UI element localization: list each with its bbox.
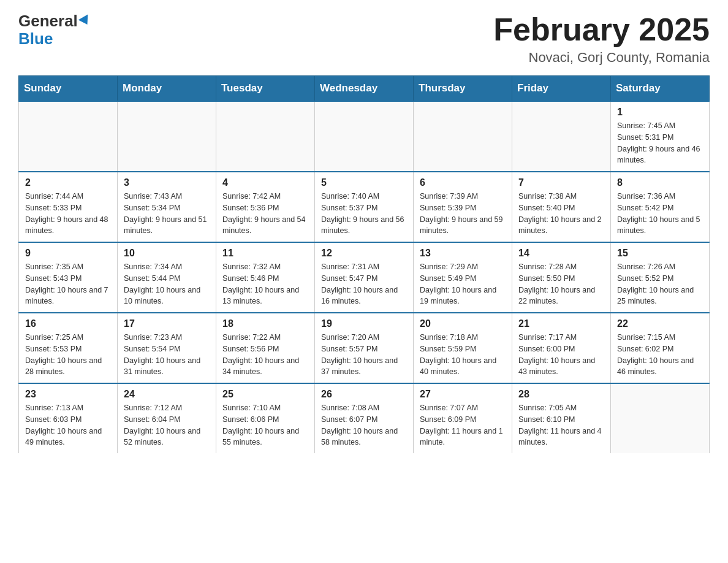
day-info: Sunrise: 7:43 AM Sunset: 5:34 PM Dayligh… xyxy=(124,191,210,237)
day-number: 19 xyxy=(321,318,407,329)
day-info: Sunrise: 7:17 AM Sunset: 6:00 PM Dayligh… xyxy=(518,332,604,378)
day-number: 12 xyxy=(321,248,407,259)
column-header-sunday: Sunday xyxy=(19,76,118,102)
day-info: Sunrise: 7:45 AM Sunset: 5:31 PM Dayligh… xyxy=(617,120,703,166)
day-info: Sunrise: 7:39 AM Sunset: 5:39 PM Dayligh… xyxy=(420,191,506,237)
day-info: Sunrise: 7:29 AM Sunset: 5:49 PM Dayligh… xyxy=(420,261,506,307)
logo-arrow-icon xyxy=(78,15,93,28)
day-info: Sunrise: 7:31 AM Sunset: 5:47 PM Dayligh… xyxy=(321,261,407,307)
calendar-cell: 25Sunrise: 7:10 AM Sunset: 6:06 PM Dayli… xyxy=(216,383,315,453)
day-number: 27 xyxy=(420,389,506,400)
day-number: 5 xyxy=(321,177,407,188)
day-number: 7 xyxy=(518,177,604,188)
day-number: 28 xyxy=(518,389,604,400)
calendar-cell xyxy=(315,101,414,172)
day-info: Sunrise: 7:34 AM Sunset: 5:44 PM Dayligh… xyxy=(124,261,210,307)
calendar-cell: 23Sunrise: 7:13 AM Sunset: 6:03 PM Dayli… xyxy=(19,383,118,453)
calendar-week-row: 9Sunrise: 7:35 AM Sunset: 5:43 PM Daylig… xyxy=(19,242,710,313)
column-header-wednesday: Wednesday xyxy=(315,76,414,102)
calendar-cell: 13Sunrise: 7:29 AM Sunset: 5:49 PM Dayli… xyxy=(414,242,512,313)
day-number: 21 xyxy=(518,318,604,329)
day-info: Sunrise: 7:40 AM Sunset: 5:37 PM Dayligh… xyxy=(321,191,407,237)
day-info: Sunrise: 7:42 AM Sunset: 5:36 PM Dayligh… xyxy=(222,191,308,237)
calendar-cell: 22Sunrise: 7:15 AM Sunset: 6:02 PM Dayli… xyxy=(611,313,710,383)
calendar-cell: 17Sunrise: 7:23 AM Sunset: 5:54 PM Dayli… xyxy=(118,313,216,383)
day-info: Sunrise: 7:15 AM Sunset: 6:02 PM Dayligh… xyxy=(617,332,703,378)
day-number: 9 xyxy=(25,248,111,259)
day-number: 10 xyxy=(124,248,210,259)
calendar-cell: 15Sunrise: 7:26 AM Sunset: 5:52 PM Dayli… xyxy=(611,242,710,313)
day-number: 11 xyxy=(222,248,308,259)
day-info: Sunrise: 7:35 AM Sunset: 5:43 PM Dayligh… xyxy=(25,261,111,307)
calendar-cell: 18Sunrise: 7:22 AM Sunset: 5:56 PM Dayli… xyxy=(216,313,315,383)
calendar-cell xyxy=(216,101,315,172)
day-number: 14 xyxy=(518,248,604,259)
day-number: 2 xyxy=(25,177,111,188)
calendar-cell: 24Sunrise: 7:12 AM Sunset: 6:04 PM Dayli… xyxy=(118,383,216,453)
day-number: 22 xyxy=(617,318,703,329)
calendar-cell: 14Sunrise: 7:28 AM Sunset: 5:50 PM Dayli… xyxy=(512,242,611,313)
day-number: 15 xyxy=(617,248,703,259)
calendar-cell: 12Sunrise: 7:31 AM Sunset: 5:47 PM Dayli… xyxy=(315,242,414,313)
column-header-monday: Monday xyxy=(118,76,216,102)
calendar-cell: 19Sunrise: 7:20 AM Sunset: 5:57 PM Dayli… xyxy=(315,313,414,383)
logo-general-text: General xyxy=(18,12,78,30)
day-info: Sunrise: 7:22 AM Sunset: 5:56 PM Dayligh… xyxy=(222,332,308,378)
calendar-subtitle: Novaci, Gorj County, Romania xyxy=(493,50,710,66)
calendar-title: February 2025 xyxy=(493,12,710,47)
day-info: Sunrise: 7:18 AM Sunset: 5:59 PM Dayligh… xyxy=(420,332,506,378)
day-number: 1 xyxy=(617,107,703,118)
calendar-cell: 3Sunrise: 7:43 AM Sunset: 5:34 PM Daylig… xyxy=(118,172,216,242)
calendar-cell: 6Sunrise: 7:39 AM Sunset: 5:39 PM Daylig… xyxy=(414,172,512,242)
calendar-cell: 5Sunrise: 7:40 AM Sunset: 5:37 PM Daylig… xyxy=(315,172,414,242)
day-info: Sunrise: 7:23 AM Sunset: 5:54 PM Dayligh… xyxy=(124,332,210,378)
day-info: Sunrise: 7:08 AM Sunset: 6:07 PM Dayligh… xyxy=(321,402,407,448)
day-info: Sunrise: 7:38 AM Sunset: 5:40 PM Dayligh… xyxy=(518,191,604,237)
calendar-cell: 21Sunrise: 7:17 AM Sunset: 6:00 PM Dayli… xyxy=(512,313,611,383)
calendar-cell: 16Sunrise: 7:25 AM Sunset: 5:53 PM Dayli… xyxy=(19,313,118,383)
calendar-cell: 27Sunrise: 7:07 AM Sunset: 6:09 PM Dayli… xyxy=(414,383,512,453)
day-info: Sunrise: 7:32 AM Sunset: 5:46 PM Dayligh… xyxy=(222,261,308,307)
day-info: Sunrise: 7:36 AM Sunset: 5:42 PM Dayligh… xyxy=(617,191,703,237)
title-block: February 2025 Novaci, Gorj County, Roman… xyxy=(493,12,710,66)
calendar-cell: 9Sunrise: 7:35 AM Sunset: 5:43 PM Daylig… xyxy=(19,242,118,313)
column-header-tuesday: Tuesday xyxy=(216,76,315,102)
calendar-cell: 2Sunrise: 7:44 AM Sunset: 5:33 PM Daylig… xyxy=(19,172,118,242)
day-number: 6 xyxy=(420,177,506,188)
calendar-cell: 10Sunrise: 7:34 AM Sunset: 5:44 PM Dayli… xyxy=(118,242,216,313)
column-header-friday: Friday xyxy=(512,76,611,102)
day-info: Sunrise: 7:44 AM Sunset: 5:33 PM Dayligh… xyxy=(25,191,111,237)
calendar-cell xyxy=(611,383,710,453)
day-info: Sunrise: 7:26 AM Sunset: 5:52 PM Dayligh… xyxy=(617,261,703,307)
calendar-cell: 11Sunrise: 7:32 AM Sunset: 5:46 PM Dayli… xyxy=(216,242,315,313)
calendar-cell xyxy=(19,101,118,172)
day-info: Sunrise: 7:07 AM Sunset: 6:09 PM Dayligh… xyxy=(420,402,506,448)
day-number: 18 xyxy=(222,318,308,329)
day-number: 24 xyxy=(124,389,210,400)
day-number: 26 xyxy=(321,389,407,400)
day-number: 4 xyxy=(222,177,308,188)
day-number: 16 xyxy=(25,318,111,329)
calendar-week-row: 23Sunrise: 7:13 AM Sunset: 6:03 PM Dayli… xyxy=(19,383,710,453)
logo-blue-text: Blue xyxy=(18,30,53,48)
day-info: Sunrise: 7:25 AM Sunset: 5:53 PM Dayligh… xyxy=(25,332,111,378)
day-info: Sunrise: 7:05 AM Sunset: 6:10 PM Dayligh… xyxy=(518,402,604,448)
day-number: 23 xyxy=(25,389,111,400)
day-info: Sunrise: 7:13 AM Sunset: 6:03 PM Dayligh… xyxy=(25,402,111,448)
calendar-table: SundayMondayTuesdayWednesdayThursdayFrid… xyxy=(18,75,710,453)
calendar-cell xyxy=(512,101,611,172)
day-number: 8 xyxy=(617,177,703,188)
calendar-week-row: 2Sunrise: 7:44 AM Sunset: 5:33 PM Daylig… xyxy=(19,172,710,242)
calendar-cell: 28Sunrise: 7:05 AM Sunset: 6:10 PM Dayli… xyxy=(512,383,611,453)
day-info: Sunrise: 7:10 AM Sunset: 6:06 PM Dayligh… xyxy=(222,402,308,448)
column-header-saturday: Saturday xyxy=(611,76,710,102)
calendar-cell xyxy=(118,101,216,172)
day-number: 3 xyxy=(124,177,210,188)
day-number: 20 xyxy=(420,318,506,329)
day-number: 25 xyxy=(222,389,308,400)
column-header-thursday: Thursday xyxy=(414,76,512,102)
calendar-cell: 26Sunrise: 7:08 AM Sunset: 6:07 PM Dayli… xyxy=(315,383,414,453)
day-number: 13 xyxy=(420,248,506,259)
calendar-cell: 7Sunrise: 7:38 AM Sunset: 5:40 PM Daylig… xyxy=(512,172,611,242)
calendar-cell xyxy=(414,101,512,172)
